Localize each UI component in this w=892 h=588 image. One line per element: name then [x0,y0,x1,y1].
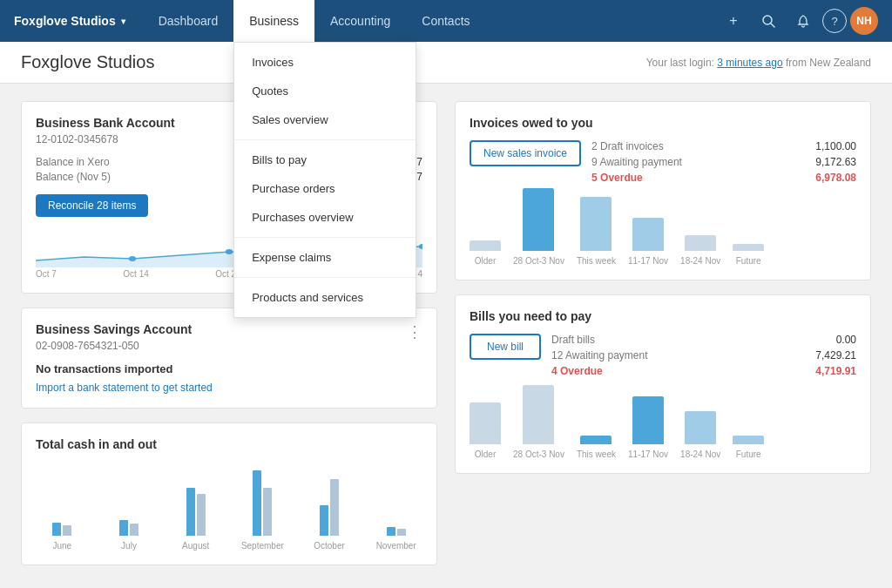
page-header: Foxglove Studios Your last login: 3 minu… [0,42,892,84]
bar-out-july [130,524,139,536]
invoice-stat-overdue: 5 Overdue 6,978.08 [591,172,856,184]
invoices-left: New sales invoice [470,140,581,177]
bills-card: Bills you need to pay New bill Draft bil… [455,294,871,474]
bill-bar-future [733,436,764,444]
main-content: Business Bank Account 12-0102-0345678 ⋮ … [0,84,892,583]
bar-label-28oct: 28 Oct-3 Nov [513,256,564,266]
bar-label-older: Older [475,256,496,266]
bar-col-older: Older [470,240,501,266]
invoices-owed-card: Invoices owed to you New sales invoice 2… [455,101,871,280]
search-icon-btn[interactable] [753,5,784,37]
brand[interactable]: Foxglove Studios ▾ [14,14,136,28]
bill-stat-draft: Draft bills 0.00 [551,334,856,346]
bar-label-11nov: 11-17 Nov [628,256,668,266]
import-statement-link[interactable]: Import a bank statement to get started [36,382,213,394]
add-icon-btn[interactable]: + [718,5,749,37]
bar-out-october [330,479,339,536]
bill-bar-col-11nov: 11-17 Nov [628,396,668,459]
bill-stat-awaiting: 12 Awaiting payment 7,429.21 [551,349,856,362]
cash-month-october: October [303,466,356,551]
cash-label-september: September [241,541,284,551]
reconcile-button[interactable]: Reconcile 28 items [36,194,148,217]
bill-bar-28oct [523,385,554,444]
new-bill-button[interactable]: New bill [470,334,541,360]
invoices-stats: 2 Draft invoices 1,100.00 9 Awaiting pay… [591,140,856,187]
bank-account-card-2: Business Savings Account 02-0908-7654321… [21,308,437,409]
login-time-link[interactable]: 3 minutes ago [717,57,782,69]
invoices-bar-chart: Older 28 Oct-3 Nov This week 11-17 Nov 1… [470,187,856,266]
nav-business[interactable]: Business Invoices Quotes Sales overview … [233,0,314,42]
bank-menu-2[interactable]: ⋮ [407,322,422,341]
cash-month-september: September [236,466,289,551]
bill-bar-col-older: Older [470,402,501,459]
bill-stat-overdue: 4 Overdue 4,719.91 [551,365,856,377]
bar-older [470,240,501,251]
cash-label-july: July [121,541,137,551]
bar-thisweek [580,197,612,251]
nav-dashboard[interactable]: Dashboard [143,0,234,42]
help-icon-btn[interactable]: ? [822,9,847,33]
brand-chevron: ▾ [121,17,125,26]
bill-bar-11nov [632,396,664,444]
bill-bar-col-future: Future [733,436,764,459]
bar-col-future: Future [733,244,764,266]
bar-label-thisweek: This week [577,256,616,266]
topnav: Foxglove Studios ▾ Dashboard Business In… [0,0,892,42]
dropdown-section-3: Expense claims [234,238,416,278]
bar-in-october [320,505,328,536]
bar-28oct [523,188,554,251]
cash-label-november: November [376,541,416,551]
bar-label-18nov: 18-24 Nov [680,256,720,266]
cash-label-august: August [182,541,209,551]
dropdown-section-2: Bills to pay Purchase orders Purchases o… [234,140,416,238]
svg-point-3 [129,256,136,261]
cash-month-august: August [169,466,222,551]
bar-in-september [253,470,261,536]
bill-draft-label: Draft bills [551,334,595,346]
draft-value: 1,100.00 [815,140,856,152]
bill-awaiting-label: 12 Awaiting payment [551,349,648,362]
right-column: Invoices owed to you New sales invoice 2… [455,101,871,565]
dropdown-section-4: Products and services [234,278,416,317]
bar-col-18nov: 18-24 Nov [680,235,720,266]
bill-bar-label-thisweek: This week [577,449,616,459]
dropdown-quotes[interactable]: Quotes [234,77,416,105]
bill-bar-col-18nov: 18-24 Nov [680,411,720,459]
notifications-icon-btn[interactable] [787,5,819,37]
new-invoice-button[interactable]: New sales invoice [470,140,581,166]
bills-inner: New bill Draft bills 0.00 12 Awaiting pa… [470,334,856,381]
bill-bar-18nov [685,411,716,444]
dropdown-invoices[interactable]: Invoices [234,48,416,77]
cash-month-july: July [103,466,156,551]
nav-contacts[interactable]: Contacts [406,0,485,42]
user-avatar[interactable]: NH [850,7,878,35]
nav-accounting[interactable]: Accounting [314,0,406,42]
bar-out-august [197,494,206,536]
page-title: Foxglove Studios [21,52,154,72]
cash-label-october: October [314,541,345,551]
dropdown-purchase-orders[interactable]: Purchase orders [234,174,416,203]
invoice-stat-draft: 2 Draft invoices 1,100.00 [591,140,856,152]
dropdown-section-1: Invoices Quotes Sales overview [234,43,416,140]
bill-draft-value: 0.00 [836,334,856,346]
dropdown-sales-overview[interactable]: Sales overview [234,105,416,134]
bar-col-thisweek: This week [577,197,616,266]
no-transactions-text: No transactions imported [36,362,422,375]
bill-bar-label-older: Older [475,449,496,459]
bar-label-future: Future [736,256,761,266]
bill-awaiting-value: 7,429.21 [815,349,856,362]
bar-out-november [397,529,406,536]
cash-month-november: November [369,466,422,551]
bar-col-11nov: 11-17 Nov [628,218,668,266]
bills-stats: Draft bills 0.00 12 Awaiting payment 7,4… [551,334,856,381]
dropdown-expense-claims[interactable]: Expense claims [234,243,416,272]
invoices-owed-title: Invoices owed to you [470,116,856,130]
svg-line-1 [771,24,774,27]
dropdown-bills[interactable]: Bills to pay [234,145,416,174]
dropdown-purchases-overview[interactable]: Purchases overview [234,203,416,232]
invoices-inner: New sales invoice 2 Draft invoices 1,100… [470,140,856,187]
login-info: Your last login: 3 minutes ago from New … [646,57,871,69]
bar-in-june [52,523,61,536]
bill-overdue-value: 4,719.91 [815,365,856,377]
dropdown-products[interactable]: Products and services [234,283,416,312]
